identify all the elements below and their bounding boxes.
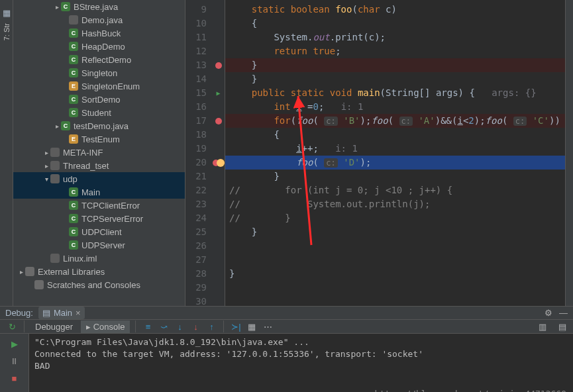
code-line[interactable]: } [225,225,565,239]
gutter-mark-slot[interactable] [212,44,225,58]
gutter-mark-slot[interactable] [212,225,225,239]
gear-icon[interactable]: ⚙ [545,308,552,318]
project-tree[interactable]: ▸CBStree.javaDemo.javaCHashBuckCHeapDemo… [13,0,185,306]
code-line[interactable] [225,281,565,295]
gutter-mark-slot[interactable] [212,267,225,281]
tree-item-udpserver[interactable]: CUDPServer [13,238,185,252]
evaluate-icon[interactable]: ▦ [245,320,258,333]
code-line[interactable]: return true; [225,44,565,58]
run-gutter-icon[interactable]: ▶ [216,89,220,97]
gutter-mark-slot[interactable] [212,114,225,128]
code-line[interactable]: { [225,128,565,142]
view-breakpoints-icon[interactable]: ◉ [9,389,21,392]
code-area[interactable]: static boolean foo(char c) { System.out.… [225,0,565,306]
tree-item-tcpservererror[interactable]: CTCPServerError [13,212,185,225]
tree-item-hashbuck[interactable]: CHashBuck [13,26,185,40]
gutter-mark-slot[interactable] [212,100,225,114]
debug-run-config-tab[interactable]: ▤ Main × [38,307,85,319]
close-icon[interactable]: × [76,308,81,318]
tree-item-udpclient[interactable]: CUDPClient [13,225,185,238]
tree-item-singletonenum[interactable]: ESingletonEnum [13,79,185,93]
gutter-mark-slot[interactable] [212,72,225,86]
gutter-mark-slot[interactable] [212,30,225,44]
code-editor[interactable]: 9101112131415161718192021222324252627282… [185,0,573,306]
gutter-mark-slot[interactable] [212,17,225,30]
code-line[interactable]: int i =0; i: 1 [225,100,565,114]
code-line[interactable]: // } [225,211,565,225]
code-line[interactable]: foo( c: 'D'); [225,156,565,170]
code-line[interactable] [225,295,565,306]
tree-item-demo-java[interactable]: Demo.java [13,13,185,26]
left-tool-strip[interactable]: ▦ 7: Str [0,0,13,306]
step-into-icon[interactable]: ↓ [173,320,186,333]
tree-item-linux-iml[interactable]: Linux.iml [13,252,185,265]
structure-icon[interactable]: ▦ [3,8,11,18]
resume-icon[interactable]: ▶ [9,338,21,350]
tab-console[interactable]: ▸ Console [81,320,130,333]
tab-debugger[interactable]: Debugger [30,320,78,333]
tree-item-udp[interactable]: ▾udp [13,172,185,185]
gutter-mark-slot[interactable] [212,128,225,142]
tree-item-main[interactable]: CMain [13,185,185,199]
gutter-mark-slot[interactable] [212,170,225,183]
tree-item-student[interactable]: CStudent [13,106,185,119]
code-line[interactable]: // System.out.println(j); [225,197,565,211]
tree-item-external-libraries[interactable]: ▸External Libraries [13,265,185,278]
tree-item-meta-inf[interactable]: ▸META-INF [13,146,185,159]
code-line[interactable]: i++; i: 1 [225,142,565,156]
gutter-mark-slot[interactable] [212,142,225,156]
breakpoint-icon[interactable] [215,118,222,124]
tree-item-singleton[interactable]: CSingleton [13,66,185,79]
gutter-mark-slot[interactable] [212,253,225,267]
breakpoint-icon[interactable] [215,62,222,69]
tree-item-thread-tset[interactable]: ▸Thread_tset [13,159,185,172]
minimize-icon[interactable]: — [559,308,568,318]
tree-item-reflectdemo[interactable]: CReflectDemo [13,53,185,66]
error-stripe[interactable] [565,0,573,306]
tree-item-tcpclienterror[interactable]: CTCPClientError [13,199,185,212]
code-line[interactable]: } [225,170,565,183]
tree-item-testenum[interactable]: ETestEnum [13,132,185,146]
tree-item-heapdemo[interactable]: CHeapDemo [13,40,185,53]
gutter-mark-slot[interactable] [212,183,225,197]
layout-icon[interactable]: ▥ [536,320,549,333]
intention-bulb-icon[interactable] [217,159,225,167]
tool-label[interactable]: 7: Str [3,23,11,40]
code-line[interactable] [225,253,565,267]
tree-item-bstree-java[interactable]: ▸CBStree.java [13,0,185,13]
gutter-mark-slot[interactable]: ▶ [212,86,225,100]
more-icon[interactable]: ⋯ [261,320,274,333]
tree-item-scratches-and-consoles[interactable]: Scratches and Consoles [13,278,185,291]
marker-gutter[interactable]: ▶ [212,0,225,306]
gutter-mark-slot[interactable] [212,239,225,253]
gutter-mark-slot[interactable] [212,156,225,170]
code-line[interactable]: { [225,17,565,30]
rerun-icon[interactable]: ↻ [5,320,19,333]
console-output[interactable]: "C:\Program Files\Java\jdk1.8.0_192\bin\… [29,334,573,392]
code-line[interactable]: } [225,72,565,86]
tree-item-sortdemo[interactable]: CSortDemo [13,93,185,106]
settings-icon[interactable]: ▤ [556,320,569,333]
code-line[interactable]: } [225,267,565,281]
gutter-mark-slot[interactable] [212,3,225,17]
code-line[interactable]: static boolean foo(char c) [225,3,565,17]
tree-item-testdemo-java[interactable]: ▸CtestDemo.java [13,119,185,132]
gutter-mark-slot[interactable] [212,295,225,309]
force-step-into-icon[interactable]: ↓ [189,320,202,333]
gutter-mark-slot[interactable] [212,211,225,225]
code-line[interactable]: public static void main(String[] args) {… [225,86,565,100]
gutter-mark-slot[interactable] [212,58,225,72]
run-to-cursor-icon[interactable]: ≻| [229,320,242,333]
gutter-mark-slot[interactable] [212,197,225,211]
step-out-icon[interactable]: ↑ [205,320,218,333]
stop-icon[interactable]: ■ [9,372,21,384]
code-line[interactable] [225,239,565,253]
gutter-mark-slot[interactable] [212,281,225,295]
code-line[interactable]: System.out.print(c); [225,30,565,44]
step-over-icon[interactable]: ⤻ [157,320,170,333]
pause-icon[interactable]: ⏸ [9,355,21,367]
code-line[interactable]: } [225,58,565,72]
code-line[interactable]: // for (int j = 0; j <10 ; j++) { [225,183,565,197]
code-line[interactable]: for(foo( c: 'B');foo( c: 'A')&&(i<2);foo… [225,114,565,128]
show-exec-point-icon[interactable]: ≡ [141,320,154,333]
